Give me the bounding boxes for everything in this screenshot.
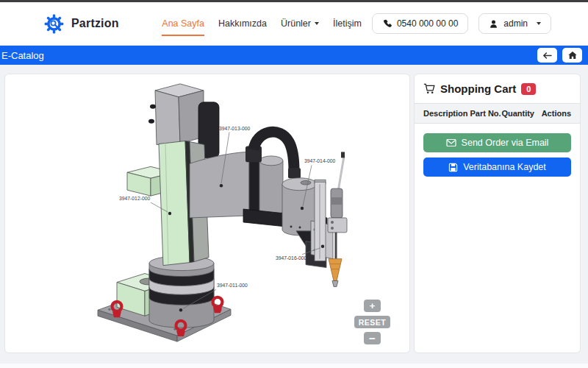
banner-buttons bbox=[537, 48, 582, 63]
cart-icon bbox=[423, 83, 435, 94]
page-footer-area bbox=[0, 364, 588, 368]
user-menu-button[interactable]: admin bbox=[478, 13, 551, 34]
shopping-cart-panel: Shopping Cart 0 Description Part No. Qua… bbox=[414, 74, 581, 353]
navbar: Partzion Ana Sayfa Hakkımızda Ürünler İl… bbox=[0, 2, 588, 46]
user-name: admin bbox=[503, 18, 528, 29]
phone-button[interactable]: 0540 000 00 00 bbox=[372, 13, 468, 34]
save-to-database-button[interactable]: Veritabanına Kaydet bbox=[423, 158, 571, 177]
part-label: 3947-014-000 bbox=[304, 158, 335, 163]
brand[interactable]: Partzion bbox=[44, 14, 119, 34]
robot-illustration[interactable]: 3947-013-000 3947-014-000 3947-012-000 3… bbox=[5, 74, 409, 353]
nav-item-products[interactable]: Ürünler bbox=[281, 18, 319, 29]
chevron-down-icon bbox=[537, 22, 541, 25]
nav-item-about[interactable]: Hakkımızda bbox=[218, 18, 267, 29]
cart-header: Shopping Cart 0 bbox=[423, 82, 571, 95]
column-quantity: Quantity bbox=[501, 109, 534, 118]
home-icon bbox=[568, 51, 577, 60]
zoom-in-button[interactable]: + bbox=[364, 300, 381, 312]
catalog-viewer-panel: 3947-013-000 3947-014-000 3947-012-000 3… bbox=[4, 74, 410, 353]
main-nav: Ana Sayfa Hakkımızda Ürünler İletişim bbox=[162, 18, 362, 29]
arm-housing bbox=[190, 152, 283, 218]
main-content: 3947-013-000 3947-014-000 3947-012-000 3… bbox=[0, 65, 588, 353]
part-label: 3947-011-000 bbox=[217, 283, 248, 288]
page-banner: E-Catalog bbox=[0, 46, 588, 65]
page-title: E-Catalog bbox=[1, 50, 44, 61]
zoom-out-button[interactable]: − bbox=[364, 332, 381, 344]
part-label: 3947-012-000 bbox=[119, 196, 150, 201]
phone-icon bbox=[382, 19, 392, 29]
brand-name: Partzion bbox=[71, 17, 119, 30]
arrow-left-icon bbox=[542, 52, 552, 60]
save-icon bbox=[448, 163, 458, 172]
column-part-no: Part No. bbox=[470, 109, 501, 118]
user-icon bbox=[489, 19, 498, 29]
chevron-down-icon bbox=[315, 22, 319, 25]
nav-item-home[interactable]: Ana Sayfa bbox=[162, 18, 204, 29]
cart-count-badge: 0 bbox=[521, 83, 536, 95]
base-cylinder bbox=[149, 256, 214, 328]
part-label: 3947-013-000 bbox=[219, 126, 250, 131]
back-button[interactable] bbox=[537, 48, 557, 63]
send-order-email-button[interactable]: Send Order via Email bbox=[423, 133, 571, 152]
column-description: Description bbox=[423, 109, 470, 118]
home-button[interactable] bbox=[562, 48, 582, 63]
part-label: 3947-016-000 bbox=[276, 255, 306, 261]
phone-number: 0540 000 00 00 bbox=[397, 18, 458, 29]
column-top-cap bbox=[148, 84, 204, 145]
envelope-icon bbox=[446, 138, 456, 147]
gear-search-logo-icon bbox=[44, 14, 64, 34]
column-actions: Actions bbox=[534, 109, 571, 118]
zoom-reset-button[interactable]: RESET bbox=[354, 316, 390, 328]
nav-item-contact[interactable]: İletişim bbox=[333, 18, 362, 29]
page-background-gap bbox=[0, 353, 588, 364]
cart-table-header: Description Part No. Quantity Actions bbox=[415, 103, 580, 124]
cart-title: Shopping Cart bbox=[440, 82, 516, 95]
